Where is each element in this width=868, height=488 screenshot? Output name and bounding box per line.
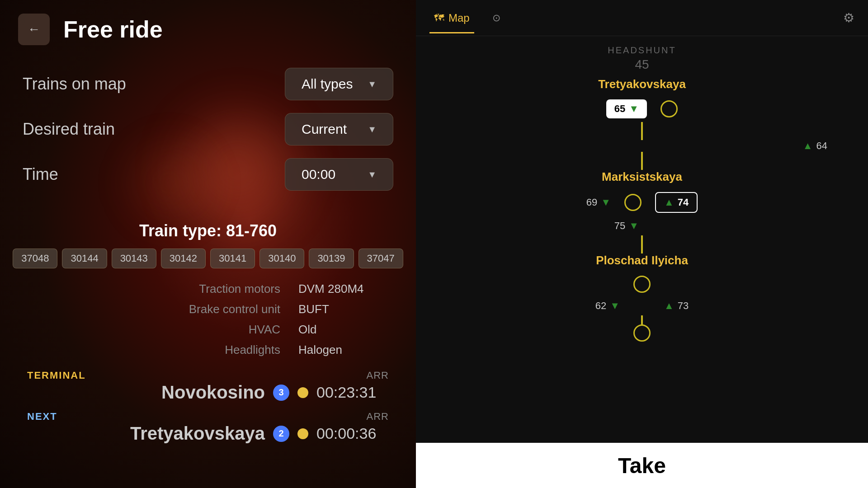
arr-label: ARR — [367, 411, 389, 422]
bottom-station-circle — [633, 324, 651, 342]
time-dropdown-arrow: ▼ — [368, 169, 377, 180]
tretyakovskaya-trains-row: 65 ▼ — [606, 99, 678, 118]
train-64[interactable]: ▲ 64 — [803, 140, 827, 152]
train-75[interactable]: 75 ▼ — [614, 220, 639, 232]
line-badge: 3 — [273, 385, 289, 401]
train-badge-30142[interactable]: 30142 — [161, 249, 206, 268]
right-panel: 🗺 Map ⊙ ⚙ HEADSHUNT 45 Tretyakovskaya 65… — [416, 0, 868, 488]
station-name: Novokosino — [161, 382, 265, 403]
up-arrow-74: ▲ — [664, 197, 674, 208]
trains-on-map-dropdown[interactable]: All types ▼ — [285, 68, 393, 100]
map-label: Map — [448, 12, 470, 24]
train-badge-30143[interactable]: 30143 — [112, 249, 156, 268]
ploschad-ilyicha-name: Ploschad Ilyicha — [596, 253, 688, 267]
trains-on-map-label: Trains on map — [23, 75, 126, 94]
down-arrow-62: ▼ — [610, 300, 620, 312]
train-badge-30140[interactable]: 30140 — [259, 249, 304, 268]
metro-map: Tretyakovskaya 65 ▼ ▲ 64 — [429, 77, 854, 342]
marksistskaya-trains-row-top: 69 ▼ ▲ 74 — [586, 192, 698, 213]
train-badge-30144[interactable]: 30144 — [62, 249, 107, 268]
spec-value: Halogen — [298, 343, 380, 357]
train-badge-30141[interactable]: 30141 — [210, 249, 255, 268]
up-arrow-64: ▲ — [803, 140, 813, 152]
page-title: Free ride — [63, 16, 163, 43]
train-74-badge[interactable]: ▲ 74 — [655, 192, 698, 213]
train-badge-37047[interactable]: 37047 — [359, 249, 403, 268]
nav-map[interactable]: 🗺 Map — [429, 7, 474, 29]
schedule-section: TERMINAL ARR Novokosino 3 00:23:31 NEXT … — [0, 370, 416, 452]
arr-label: ARR — [367, 370, 389, 381]
right-nav: 🗺 Map ⊙ ⚙ — [416, 0, 868, 36]
spec-key: Traction motors — [199, 282, 280, 296]
ploschad-side-trains: 62 ▼ ▲ 73 — [595, 300, 689, 312]
back-button[interactable]: ← — [18, 14, 50, 45]
marksistskaya-name: Marksistskaya — [602, 170, 682, 184]
station-tretyakovskaya: Tretyakovskaya 65 ▼ — [429, 77, 854, 122]
schedule-type-label: TERMINAL — [27, 370, 86, 381]
tretyakovskaya-name: Tretyakovskaya — [598, 77, 686, 91]
map-content: HEADSHUNT 45 Tretyakovskaya 65 ▼ — [416, 36, 868, 488]
time-dropdown[interactable]: 00:00 ▼ — [285, 158, 393, 191]
desired-train-dropdown[interactable]: Current ▼ — [285, 113, 393, 145]
spec-key: Brake control unit — [189, 302, 280, 316]
headshunt-num: 45 — [429, 57, 854, 72]
spec-key: HVAC — [249, 323, 280, 337]
line-segment-4 — [641, 315, 643, 324]
spec-value: BUFT — [298, 302, 380, 316]
take-button[interactable]: Take — [416, 443, 868, 488]
train-62[interactable]: 62 ▼ — [595, 300, 620, 312]
station-marksistskaya: Marksistskaya 69 ▼ ▲ 74 75 ▼ — [429, 170, 854, 235]
schedule-type-row: TERMINAL ARR — [27, 370, 389, 381]
station-ploschad-ilyicha: Ploschad Ilyicha 62 ▼ ▲ 73 — [429, 253, 854, 315]
dot-indicator — [297, 428, 308, 439]
nav-search[interactable]: ⊙ — [488, 8, 505, 28]
train-badges: 3704830144301433014230141301403013937047 — [0, 249, 416, 268]
tech-specs: Traction motorsDVM 280M4Brake control un… — [0, 282, 416, 357]
trains-on-map-row: Trains on map All types ▼ — [23, 68, 393, 100]
trains-dropdown-arrow: ▼ — [368, 79, 377, 89]
header: ← Free ride — [0, 0, 416, 59]
train-65-badge[interactable]: 65 ▼ — [606, 99, 647, 118]
desired-train-label: Desired train — [23, 120, 115, 139]
side-trains-64: ▲ 64 — [429, 140, 854, 152]
desired-dropdown-arrow: ▼ — [368, 124, 377, 135]
schedule-station-row: Tretyakovskaya 2 00:00:36 — [27, 423, 389, 444]
spec-row: Traction motorsDVM 280M4 — [36, 282, 380, 296]
up-arrow-73: ▲ — [664, 300, 674, 312]
spec-row: Brake control unitBUFT — [36, 302, 380, 316]
down-arrow-65: ▼ — [629, 103, 639, 115]
down-arrow-69: ▼ — [601, 197, 611, 208]
tretyakovskaya-circle — [660, 100, 678, 117]
marksistskaya-trains-row-bottom: 75 ▼ — [614, 220, 670, 232]
line-segment-1 — [641, 122, 643, 140]
spec-value: Old — [298, 323, 380, 337]
line-segment-2 — [641, 152, 643, 170]
train-69[interactable]: 69 ▼ — [586, 197, 611, 208]
spec-row: HeadlightsHalogen — [36, 343, 380, 357]
time-label: Time — [23, 165, 58, 184]
train-badge-37048[interactable]: 37048 — [13, 249, 57, 268]
arr-time: 00:23:31 — [316, 384, 389, 401]
time-row: Time 00:00 ▼ — [23, 158, 393, 191]
settings-area: Trains on map All types ▼ Desired train … — [0, 59, 416, 212]
map-icon: 🗺 — [434, 12, 444, 24]
schedule-item: NEXT ARR Tretyakovskaya 2 00:00:36 — [27, 411, 389, 444]
ploschad-trains-row — [620, 276, 664, 293]
marksistskaya-circle — [624, 194, 642, 211]
desired-train-row: Desired train Current ▼ — [23, 113, 393, 145]
schedule-type-row: NEXT ARR — [27, 411, 389, 422]
search-icon: ⊙ — [492, 12, 500, 24]
train-badge-30139[interactable]: 30139 — [309, 249, 354, 268]
left-panel: ← Free ride Trains on map All types ▼ De… — [0, 0, 416, 488]
schedule-station-row: Novokosino 3 00:23:31 — [27, 382, 389, 403]
spec-row: HVACOld — [36, 323, 380, 337]
dot-indicator — [297, 387, 308, 398]
arr-time: 00:00:36 — [316, 425, 389, 442]
line-segment-3 — [641, 235, 643, 253]
station-name: Tretyakovskaya — [130, 423, 265, 444]
spec-key: Headlights — [225, 343, 280, 357]
down-arrow-75: ▼ — [629, 220, 639, 232]
gear-icon[interactable]: ⚙ — [843, 10, 854, 25]
train-type-label: Train type: 81-760 — [0, 221, 416, 240]
train-73[interactable]: ▲ 73 — [664, 300, 689, 312]
